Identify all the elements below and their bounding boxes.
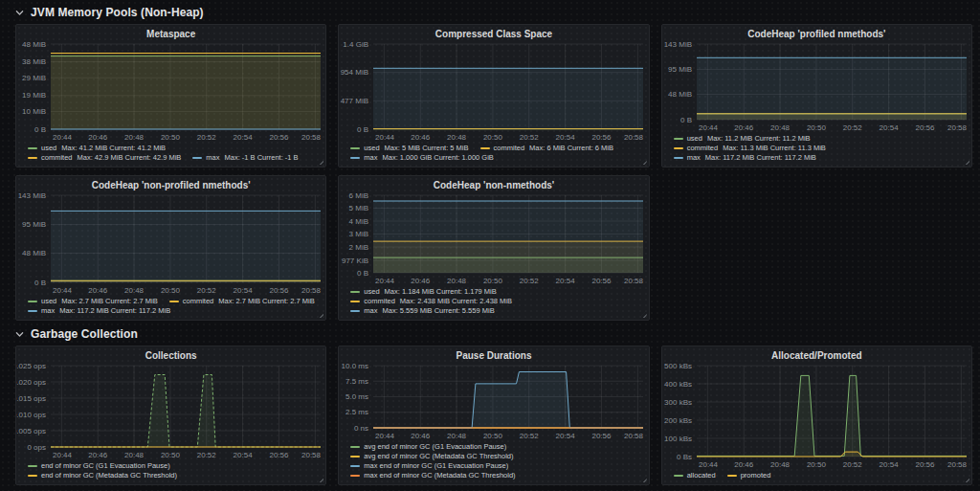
- legend-series-label: commited: [687, 144, 719, 153]
- legend-series-color-icon: [350, 291, 360, 293]
- svg-text:20:54: 20:54: [234, 451, 254, 459]
- chart-legend: avg end of minor GC (G1 Evacuation Pause…: [339, 441, 648, 484]
- svg-text:20:44: 20:44: [699, 460, 719, 469]
- svg-text:1.4 GiB: 1.4 GiB: [344, 40, 369, 49]
- section-title: Garbage Collection: [31, 327, 138, 341]
- svg-text:20:50: 20:50: [483, 277, 503, 285]
- panel-title[interactable]: CodeHeap 'non-nmethods': [339, 176, 648, 191]
- legend-item[interactable]: usedMax: 11.2 MiB Current: 11.2 MiB: [674, 134, 811, 144]
- svg-text:20:50: 20:50: [807, 460, 827, 469]
- legend-series-stats: Max: 6 MiB Current: 6 MiB: [529, 144, 613, 153]
- svg-text:20:54: 20:54: [556, 133, 576, 142]
- svg-text:20:58: 20:58: [624, 432, 644, 440]
- legend-series-label: max: [364, 153, 377, 163]
- svg-text:20:46: 20:46: [412, 277, 432, 285]
- chart-plot-area[interactable]: 0 B477 MiB954 MiB1.4 GiB20:4420:4620:482…: [339, 40, 648, 143]
- panel-title[interactable]: Collections: [16, 346, 325, 362]
- svg-text:977 KiB: 977 KiB: [342, 257, 368, 265]
- panel-title[interactable]: Metaspace: [16, 25, 325, 40]
- legend-item[interactable]: maxMax: 5.559 MiB Current: 5.559 MiB: [350, 306, 494, 316]
- panel-codeheap-profiled-nmethods: CodeHeap 'profiled nmethods'0 B48 MiB95 …: [661, 24, 972, 167]
- section-header-garbage-collection[interactable]: Garbage Collection: [15, 324, 972, 344]
- chart-plot-area[interactable]: 0 ops0.005 ops0.010 ops0.015 ops0.020 op…: [16, 362, 325, 460]
- svg-text:20:48: 20:48: [124, 133, 145, 142]
- legend-item[interactable]: avg end of minor GC (Metadata GC Thresho…: [350, 452, 513, 461]
- legend-item[interactable]: end of minor GC (Metadata GC Threshold): [28, 471, 177, 480]
- legend-series-label: used: [364, 144, 379, 153]
- legend-item[interactable]: usedMax: 5 MiB Current: 5 MiB: [350, 144, 468, 153]
- legend-item[interactable]: commitedMax: 42.9 MiB Current: 42.9 MiB: [28, 153, 181, 163]
- chart-legend: usedMax: 5 MiB Current: 5 MiBcommitedMax…: [339, 143, 648, 167]
- legend-item[interactable]: max end of minor GC (Metadata GC Thresho…: [350, 471, 515, 480]
- svg-text:143 MiB: 143 MiB: [18, 191, 46, 200]
- legend-item[interactable]: maxMax: -1 B Current: -1 B: [192, 153, 298, 163]
- panel-title[interactable]: CodeHeap 'non-profiled nmethods': [16, 176, 325, 191]
- legend-item[interactable]: usedMax: 2.7 MiB Current: 2.7 MiB: [28, 297, 158, 306]
- legend-item[interactable]: commitedMax: 6 MiB Current: 6 MiB: [480, 144, 613, 153]
- svg-text:10 MiB: 10 MiB: [22, 107, 46, 116]
- svg-text:400 kBs: 400 kBs: [664, 380, 692, 389]
- svg-text:20:44: 20:44: [53, 286, 73, 295]
- svg-text:20:56: 20:56: [915, 123, 935, 132]
- legend-series-label: used: [687, 134, 702, 144]
- legend-item[interactable]: maxMax: 117.2 MiB Current: 117.2 MiB: [674, 153, 816, 163]
- legend-series-label: max end of minor GC (G1 Evacuation Pause…: [364, 461, 508, 471]
- panel-allocated-promoted: Allocated/Promoted0 Bs100 kBs200 kBs300 …: [661, 346, 972, 485]
- chart-plot-area[interactable]: 0 B10 MiB19 MiB29 MiB38 MiB48 MiB20:4420…: [16, 40, 325, 143]
- legend-item[interactable]: allocated: [674, 471, 716, 480]
- panel-title[interactable]: Pause Durations: [339, 346, 648, 362]
- legend-series-label: max: [41, 306, 55, 316]
- legend-series-stats: Max: 1.184 MiB Current: 1.179 MiB: [385, 287, 497, 297]
- svg-text:10.0 ms: 10.0 ms: [342, 362, 368, 370]
- legend-series-color-icon: [727, 475, 737, 477]
- legend-item[interactable]: promoted: [727, 471, 771, 480]
- legend-item[interactable]: usedMax: 41.2 MiB Current: 41.2 MiB: [28, 144, 166, 153]
- svg-text:0 Bs: 0 Bs: [677, 453, 692, 461]
- chart-legend: usedMax: 2.7 MiB Current: 2.7 MiBcommite…: [16, 296, 325, 320]
- svg-text:0.020 ops: 0.020 ops: [16, 378, 46, 387]
- section-header-jvm-memory-pools-non-heap[interactable]: JVM Memory Pools (Non-Heap): [15, 3, 972, 22]
- legend-series-color-icon: [192, 157, 202, 159]
- legend-series-label: used: [41, 297, 56, 306]
- panel-title[interactable]: CodeHeap 'profiled nmethods': [662, 25, 971, 40]
- chart-plot-area[interactable]: 0 Bs100 kBs200 kBs300 kBs400 kBs500 kBs2…: [662, 362, 971, 470]
- legend-item[interactable]: end of minor GC (G1 Evacuation Pause): [28, 461, 170, 471]
- svg-text:20:48: 20:48: [770, 460, 791, 469]
- svg-text:20:50: 20:50: [483, 432, 503, 440]
- legend-item[interactable]: avg end of minor GC (G1 Evacuation Pause…: [350, 442, 506, 452]
- chart-plot-area[interactable]: 0 ns2.5 ms5.0 ms7.5 ms10.0 ms20:4420:462…: [339, 362, 648, 441]
- chart-plot-area[interactable]: 0 B977 KiB2 MiB3 MiB4 MiB5 MiB6 MiB20:44…: [339, 191, 648, 286]
- legend-item[interactable]: maxMax: 1.000 GiB Current: 1.000 GiB: [350, 153, 493, 163]
- panel-grid-garbage-collection: Collections0 ops0.005 ops0.010 ops0.015 …: [15, 346, 972, 485]
- legend-series-stats: Max: 41.2 MiB Current: 41.2 MiB: [61, 144, 166, 153]
- chart-plot-area[interactable]: 0 B48 MiB95 MiB143 MiB20:4420:4620:4820:…: [662, 40, 971, 133]
- svg-text:0 B: 0 B: [34, 279, 46, 287]
- svg-text:20:58: 20:58: [301, 451, 322, 459]
- legend-item[interactable]: max end of minor GC (G1 Evacuation Pause…: [350, 461, 508, 471]
- svg-text:20:52: 20:52: [197, 133, 217, 142]
- svg-text:300 kBs: 300 kBs: [664, 398, 692, 407]
- svg-text:20:52: 20:52: [520, 277, 540, 285]
- legend-item[interactable]: usedMax: 1.184 MiB Current: 1.179 MiB: [350, 287, 496, 297]
- legend-item[interactable]: commitedMax: 2.438 MiB Current: 2.438 Mi…: [350, 297, 512, 306]
- svg-text:20:52: 20:52: [520, 432, 540, 440]
- chart-plot-area[interactable]: 0 B48 MiB95 MiB143 MiB20:4420:4620:4820:…: [16, 191, 325, 296]
- legend-item[interactable]: commitedMax: 11.3 MiB Current: 11.3 MiB: [674, 144, 826, 153]
- panel-grid-non-heap-row-2: CodeHeap 'non-profiled nmethods'0 B48 Mi…: [15, 175, 972, 321]
- legend-item[interactable]: maxMax: 117.2 MiB Current: 117.2 MiB: [28, 306, 170, 316]
- svg-text:3 MiB: 3 MiB: [349, 230, 368, 238]
- svg-text:48 MiB: 48 MiB: [668, 90, 692, 99]
- legend-series-label: avg end of minor GC (Metadata GC Thresho…: [364, 452, 513, 461]
- svg-text:5.0 ms: 5.0 ms: [345, 392, 368, 401]
- legend-series-label: used: [364, 287, 379, 297]
- legend-item[interactable]: commitedMax: 2.7 MiB Current: 2.7 MiB: [169, 297, 315, 306]
- panel-title[interactable]: Allocated/Promoted: [662, 346, 971, 362]
- legend-series-stats: Max: 11.3 MiB Current: 11.3 MiB: [723, 144, 826, 153]
- panel-codeheap-non-profiled-nmethods: CodeHeap 'non-profiled nmethods'0 B48 Mi…: [15, 175, 326, 321]
- grafana-dashboard: JVM Memory Pools (Non-Heap) Metaspace0 B…: [0, 0, 980, 491]
- legend-series-stats: Max: 117.2 MiB Current: 117.2 MiB: [59, 306, 170, 316]
- svg-text:20:52: 20:52: [842, 460, 862, 469]
- svg-text:20:54: 20:54: [879, 123, 899, 132]
- svg-text:20:48: 20:48: [124, 451, 145, 459]
- panel-title[interactable]: Compressed Class Space: [339, 25, 648, 40]
